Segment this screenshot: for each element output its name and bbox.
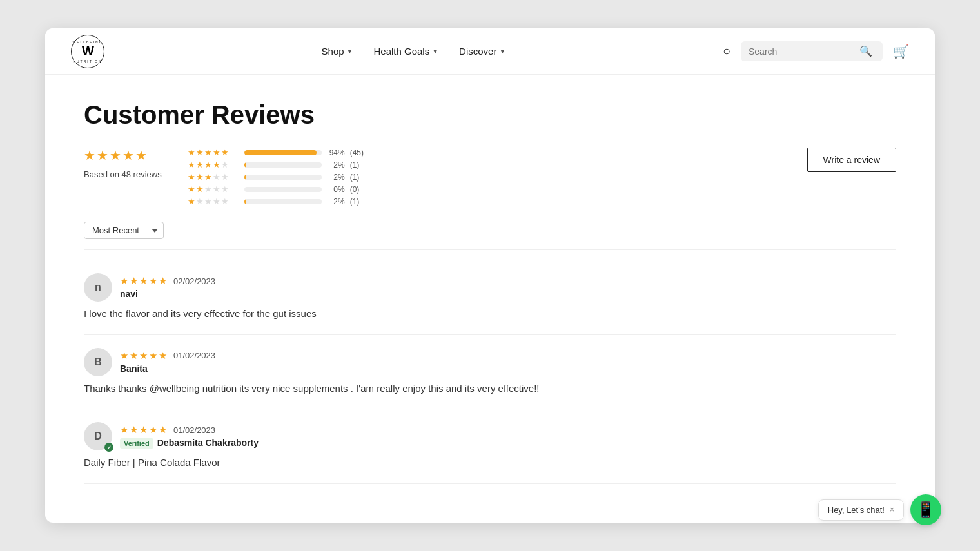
- whatsapp-button[interactable]: 📱: [910, 494, 941, 525]
- review-header: n★★★★★02/02/2023navi: [84, 273, 896, 302]
- user-icon[interactable]: ○: [723, 44, 730, 59]
- bar-track: [244, 162, 322, 168]
- mini-star: ★: [204, 172, 212, 182]
- bar-pct: 2%: [327, 197, 345, 206]
- review-star: ★: [120, 275, 128, 287]
- review-star: ★: [139, 424, 148, 436]
- reviewer-name-row: Banita: [120, 363, 215, 374]
- bar-pct: 94%: [327, 148, 345, 157]
- nav-discover[interactable]: Discover ▼: [459, 46, 505, 57]
- review-header: D✓★★★★★01/02/2023VerifiedDebasmita Chakr…: [84, 422, 896, 450]
- review-date: 01/02/2023: [173, 425, 215, 435]
- bar-count: (1): [350, 197, 366, 206]
- write-review-button[interactable]: Write a review: [807, 148, 896, 172]
- avatar: D✓: [84, 422, 112, 450]
- mini-star: ★: [196, 148, 204, 157]
- bar-count: (1): [350, 160, 366, 169]
- review-star: ★: [159, 275, 167, 287]
- bar-count: (45): [350, 148, 366, 157]
- bar-track: [244, 175, 322, 180]
- logo-text-bottom: NUTRITION: [73, 59, 102, 63]
- mini-star: ★: [213, 148, 220, 157]
- bar-pct: 2%: [327, 160, 345, 169]
- review-date: 01/02/2023: [173, 351, 215, 360]
- nav-shop[interactable]: Shop ▼: [322, 46, 353, 57]
- mini-star: ★: [196, 172, 204, 182]
- divider: [84, 249, 896, 250]
- review-star: ★: [149, 275, 157, 287]
- rating-bar-row: ★★★★★2%(1): [188, 197, 366, 206]
- rating-bar-row: ★★★★★94%(45): [188, 148, 366, 157]
- nav-right: ○ 🔍 🛒: [723, 41, 909, 61]
- mini-star: ★: [204, 160, 212, 169]
- star-2: ★: [97, 148, 108, 163]
- bar-count: (1): [350, 173, 366, 182]
- mini-stars: ★★★★★: [188, 172, 239, 182]
- chat-widget: Hey, Let's chat! × 📱: [818, 494, 941, 525]
- search-icon[interactable]: 🔍: [857, 45, 875, 57]
- sort-select[interactable]: Most RecentMost HelpfulHighest RatingLow…: [84, 222, 164, 239]
- cart-icon[interactable]: 🛒: [893, 44, 909, 59]
- star-5: ★: [135, 148, 147, 163]
- mini-star: ★: [188, 197, 195, 206]
- verified-tag: Verified: [120, 438, 153, 449]
- filter-row: Most RecentMost HelpfulHighest RatingLow…: [84, 222, 896, 239]
- search-box[interactable]: 🔍: [741, 41, 883, 61]
- browser-window: WELLBEING W NUTRITION Shop ▼ Health Goal…: [45, 28, 935, 523]
- review-date: 02/02/2023: [173, 276, 215, 286]
- review-stars-date: ★★★★★01/02/2023: [120, 424, 259, 436]
- review-meta: ★★★★★02/02/2023navi: [120, 275, 215, 300]
- review-stars: ★★★★★: [120, 275, 167, 287]
- review-meta: ★★★★★01/02/2023Banita: [120, 350, 215, 374]
- review-star: ★: [120, 350, 128, 362]
- mini-star: ★: [204, 184, 212, 194]
- overall-stars: ★ ★ ★ ★ ★: [84, 148, 162, 163]
- mini-star: ★: [213, 172, 220, 182]
- review-item: n★★★★★02/02/2023naviI love the flavor an…: [84, 260, 896, 335]
- nav-health-goals[interactable]: Health Goals ▼: [373, 46, 438, 57]
- bar-count: (0): [350, 185, 366, 194]
- chat-bubble: Hey, Let's chat! ×: [818, 499, 904, 521]
- avatar: B: [84, 348, 112, 376]
- logo-w: W: [82, 44, 93, 59]
- mini-star: ★: [213, 184, 220, 194]
- logo-area[interactable]: WELLBEING W NUTRITION: [71, 35, 104, 68]
- health-goals-chevron-icon: ▼: [432, 48, 438, 55]
- review-star: ★: [120, 424, 128, 436]
- logo-text-top: WELLBEING: [72, 40, 103, 44]
- overall-rating: ★ ★ ★ ★ ★ Based on 48 reviews: [84, 148, 162, 179]
- rating-bar-row: ★★★★★2%(1): [188, 172, 366, 182]
- close-icon[interactable]: ×: [890, 505, 894, 514]
- review-text: Thanks thanks @wellbeing nutrition its v…: [84, 382, 896, 396]
- nav-links: Shop ▼ Health Goals ▼ Discover ▼: [322, 46, 506, 57]
- search-input[interactable]: [749, 46, 857, 57]
- bar-pct: 2%: [327, 173, 345, 182]
- whatsapp-icon: 📱: [916, 501, 936, 519]
- reviews-header: ★ ★ ★ ★ ★ Based on 48 reviews ★★★★★94%(4…: [84, 148, 896, 206]
- mini-star: ★: [188, 172, 195, 182]
- bar-track: [244, 150, 322, 155]
- star-1: ★: [84, 148, 95, 163]
- review-meta: ★★★★★01/02/2023VerifiedDebasmita Chakrab…: [120, 424, 259, 449]
- mini-star: ★: [204, 197, 212, 206]
- main-content: Customer Reviews ★ ★ ★ ★ ★ Based on 48 r…: [45, 75, 935, 523]
- bar-track: [244, 199, 322, 204]
- mini-star: ★: [221, 160, 229, 169]
- star-4: ★: [122, 148, 134, 163]
- mini-star: ★: [221, 148, 229, 157]
- mini-star: ★: [196, 160, 204, 169]
- bar-track: [244, 187, 322, 192]
- review-star: ★: [130, 275, 138, 287]
- review-star: ★: [149, 424, 157, 436]
- rating-bars: ★★★★★94%(45)★★★★★2%(1)★★★★★2%(1)★★★★★0%(…: [188, 148, 366, 206]
- mini-stars: ★★★★★: [188, 197, 239, 206]
- reviewer-name-row: navi: [120, 288, 215, 300]
- review-item: B★★★★★01/02/2023BanitaThanks thanks @wel…: [84, 335, 896, 410]
- mini-star: ★: [188, 148, 195, 157]
- discover-chevron-icon: ▼: [499, 48, 505, 55]
- mini-stars: ★★★★★: [188, 184, 239, 194]
- mini-star: ★: [196, 197, 204, 206]
- logo: WELLBEING W NUTRITION: [71, 35, 104, 68]
- mini-star: ★: [188, 184, 195, 194]
- review-text: I love the flavor and its very effective…: [84, 307, 896, 322]
